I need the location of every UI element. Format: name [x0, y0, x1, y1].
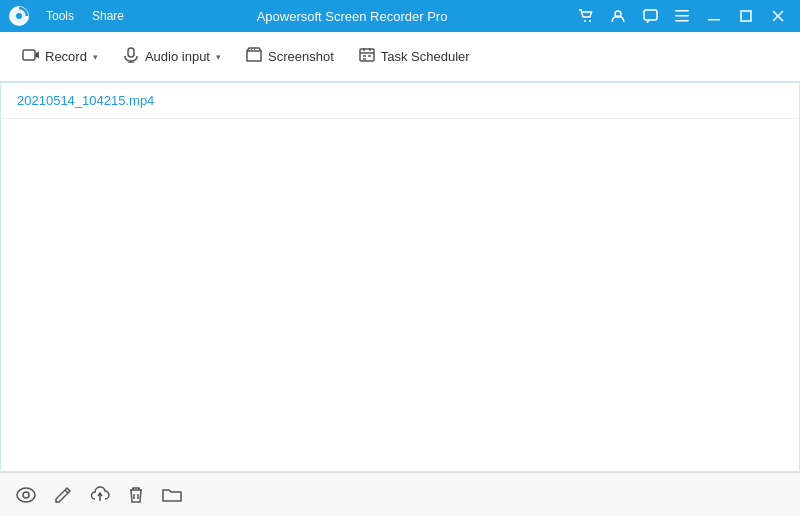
svg-rect-10: [741, 11, 751, 21]
svg-point-25: [23, 492, 29, 498]
menu-tools[interactable]: Tools: [38, 7, 82, 25]
menu-bar: Tools Share: [38, 7, 132, 25]
title-bar: Tools Share Apowersoft Screen Recorder P…: [0, 0, 800, 32]
svg-rect-7: [675, 15, 689, 17]
audio-dropdown-arrow: ▾: [216, 52, 221, 62]
svg-point-3: [589, 20, 591, 22]
screenshot-label: Screenshot: [268, 49, 334, 64]
screenshot-button[interactable]: Screenshot: [235, 41, 344, 72]
svg-rect-17: [360, 49, 374, 61]
app-title: Apowersoft Screen Recorder Pro: [132, 9, 572, 24]
audio-input-label: Audio input: [145, 49, 210, 64]
chat-icon[interactable]: [636, 5, 664, 27]
screenshot-icon: [245, 47, 263, 66]
svg-rect-8: [675, 20, 689, 22]
task-scheduler-icon: [358, 47, 376, 66]
hamburger-menu-icon[interactable]: [668, 5, 696, 27]
user-icon[interactable]: [604, 5, 632, 27]
svg-point-24: [17, 488, 35, 502]
audio-input-button[interactable]: Audio input ▾: [112, 41, 231, 72]
cloud-upload-icon[interactable]: [90, 486, 110, 503]
task-scheduler-label: Task Scheduler: [381, 49, 470, 64]
window-controls: [572, 5, 792, 27]
svg-rect-5: [644, 10, 657, 20]
toolbar: Record ▾ Audio input ▾ Screenshot: [0, 32, 800, 82]
menu-share[interactable]: Share: [84, 7, 132, 25]
edit-icon[interactable]: [54, 486, 72, 504]
bottom-bar: [0, 472, 800, 516]
minimize-button[interactable]: [700, 5, 728, 27]
preview-icon[interactable]: [16, 487, 36, 503]
cart-icon[interactable]: [572, 5, 600, 27]
svg-rect-14: [128, 48, 134, 57]
file-item[interactable]: 20210514_104215.mp4: [1, 83, 799, 119]
svg-point-1: [16, 13, 22, 19]
main-content: 20210514_104215.mp4: [0, 82, 800, 472]
record-label: Record: [45, 49, 87, 64]
file-name[interactable]: 20210514_104215.mp4: [17, 93, 154, 108]
svg-point-2: [584, 20, 586, 22]
folder-icon[interactable]: [162, 487, 182, 503]
maximize-button[interactable]: [732, 5, 760, 27]
delete-icon[interactable]: [128, 486, 144, 504]
svg-rect-13: [23, 50, 35, 60]
record-icon: [22, 48, 40, 65]
audio-icon: [122, 47, 140, 66]
svg-rect-9: [708, 19, 720, 21]
app-logo: [8, 5, 30, 27]
file-list: 20210514_104215.mp4: [1, 83, 799, 471]
record-dropdown-arrow: ▾: [93, 52, 98, 62]
svg-rect-6: [675, 10, 689, 12]
close-button[interactable]: [764, 5, 792, 27]
record-button[interactable]: Record ▾: [12, 42, 108, 71]
svg-line-26: [65, 490, 68, 493]
task-scheduler-button[interactable]: Task Scheduler: [348, 41, 480, 72]
